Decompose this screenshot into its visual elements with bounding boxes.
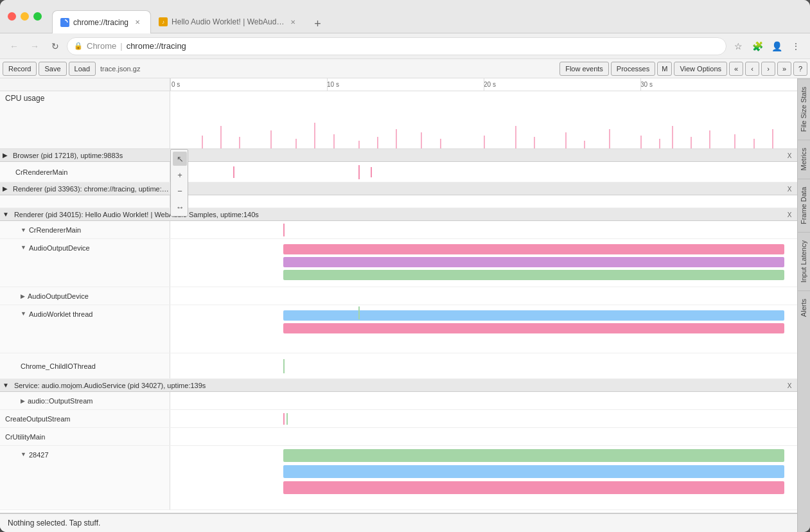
browser-window: chrome://tracing ✕ ♪ Hello Audio Worklet… (0, 0, 810, 532)
nav-prev-button[interactable]: ‹ (745, 62, 759, 76)
section-close-service[interactable]: X (784, 380, 795, 391)
track-canvas-cr-renderer-main (170, 221, 797, 238)
cpu-usage-label: CPU usage (0, 91, 170, 148)
forward-button[interactable]: → (26, 37, 44, 55)
right-tab-file-size-stats[interactable]: File Size Stats (798, 78, 810, 139)
track-label-audio-output-stream[interactable]: ▶ audio::OutputStream (0, 392, 170, 409)
cpu-usage-row: CPU usage (0, 91, 797, 149)
help-button[interactable]: ? (793, 62, 807, 76)
track-canvas-chrome-child-io (170, 353, 797, 378)
zoom-out-tool[interactable]: − (173, 184, 187, 198)
maximize-traffic-light[interactable] (33, 12, 42, 21)
track-canvas-audio-output-device (170, 239, 797, 287)
tick-30s: 30 s (640, 81, 653, 88)
view-options-button[interactable]: View Options (674, 62, 727, 76)
section-label-renderer2: Renderer (pid 34015): Hello Audio Workle… (9, 211, 797, 218)
load-button[interactable]: Load (69, 62, 96, 76)
track-label-cr-utility-main[interactable]: CrUtilityMain (0, 428, 170, 445)
track-row-chrome-child-io: Chrome_ChildIOThread (0, 353, 797, 379)
filename-label: trace.json.gz (98, 65, 143, 73)
track-row-28427: ▼ 28427 (0, 446, 797, 510)
tabs-area: chrome://tracing ✕ ♪ Hello Audio Worklet… (52, 0, 802, 33)
tick-0s: 0 s (172, 81, 180, 88)
close-traffic-light[interactable] (8, 12, 16, 21)
tab-tracing[interactable]: chrome://tracing ✕ (52, 10, 151, 33)
nav-left-button[interactable]: « (729, 62, 743, 76)
bookmark-button[interactable]: ☆ (729, 37, 747, 55)
section-label-browser: Browser (pid 17218), uptime:9883s (8, 152, 797, 159)
main-area: 0 s 10 s 20 s 30 s CPU usage (0, 78, 810, 532)
right-tab-frame-data[interactable]: Frame Data (798, 179, 810, 232)
track-canvas-renderer1-empty (170, 195, 797, 208)
track-row-cr-renderer-main: ▼ CrRendererMain (0, 221, 797, 239)
new-tab-button[interactable]: + (308, 15, 326, 33)
status-message: Nothing selected. Tap stuff. (8, 519, 100, 528)
flow-events-button[interactable]: Flow events (559, 62, 609, 76)
m-button[interactable]: M (657, 62, 672, 76)
right-tab-alerts[interactable]: Alerts (798, 290, 810, 324)
track-label-audio-worklet[interactable]: ▼ AudioWorklet thread (0, 305, 170, 353)
track-sections: ▶ Browser (pid 17218), uptime:9883s X Cr… (0, 149, 797, 513)
track-label-cr-renderer-main[interactable]: ▼ CrRendererMain (0, 221, 170, 238)
address-bar[interactable]: 🔒 Chrome | chrome://tracing (67, 37, 726, 55)
section-label-renderer1: Renderer (pid 33963): chrome://tracing, … (8, 185, 797, 193)
status-bar: Nothing selected. Tap stuff. (0, 513, 797, 532)
track-label-audio-output-device[interactable]: ▼ AudioOutputDevice (0, 239, 170, 287)
save-button[interactable]: Save (39, 62, 66, 76)
title-bar: chrome://tracing ✕ ♪ Hello Audio Worklet… (0, 0, 810, 33)
toolbar-right: Flow events Processes M View Options « ‹… (559, 62, 807, 76)
right-tab-input-latency[interactable]: Input Latency (798, 232, 810, 290)
track-label-chrome-child-io[interactable]: Chrome_ChildIOThread (0, 353, 170, 378)
timeline-header: 0 s 10 s 20 s 30 s (0, 78, 797, 91)
tab-audio-worklet[interactable]: ♪ Hello Audio Worklet! | WebAud… ✕ (151, 10, 306, 33)
processes-button[interactable]: Processes (611, 62, 655, 76)
section-header-browser[interactable]: ▶ Browser (pid 17218), uptime:9883s X (0, 149, 797, 162)
back-button[interactable]: ← (5, 37, 23, 55)
right-tab-metrics[interactable]: Metrics (798, 139, 810, 178)
zoom-in-tool[interactable]: + (173, 168, 187, 182)
tick-20s: 20 s (484, 81, 496, 88)
track-label-create-output-stream[interactable]: CreateOutputStream (0, 410, 170, 427)
track-canvas-cr-utility-main (170, 428, 797, 445)
toolbar: Record Save Load trace.json.gz Flow even… (0, 59, 810, 78)
tab-favicon-tracing (60, 18, 69, 27)
record-button[interactable]: Record (3, 62, 37, 76)
track-row-renderer1-empty (0, 195, 797, 208)
tab-close-audio[interactable]: ✕ (288, 17, 298, 27)
track-canvas-audio-output-device2 (170, 287, 797, 305)
tab-label-audio: Hello Audio Worklet! | WebAud… (172, 17, 284, 26)
pan-tool[interactable]: ↔ (173, 200, 187, 214)
nav-right-button[interactable]: » (777, 62, 791, 76)
section-header-renderer1[interactable]: ▶ Renderer (pid 33963): chrome://tracing… (0, 182, 797, 195)
track-label-audio-output-device2[interactable]: ▶ AudioOutputDevice (0, 287, 170, 305)
track-row-audio-output-device: ▼ AudioOutputDevice (0, 239, 797, 287)
cpu-chart (170, 91, 797, 148)
extensions-button[interactable]: 🧩 (748, 37, 766, 55)
track-label-28427[interactable]: ▼ 28427 (0, 446, 170, 510)
nav-next-button[interactable]: › (761, 62, 775, 76)
section-header-service[interactable]: ▼ Service: audio.mojom.AudioService (pid… (0, 379, 797, 392)
profile-button[interactable]: 👤 (768, 37, 786, 55)
track-canvas-28427 (170, 446, 797, 510)
tab-close-tracing[interactable]: ✕ (132, 17, 143, 28)
section-header-renderer2[interactable]: ▼ Renderer (pid 34015): Hello Audio Work… (0, 208, 797, 221)
track-canvas-browser-main (170, 162, 797, 182)
minimize-traffic-light[interactable] (21, 12, 29, 21)
nav-bar: ← → ↻ 🔒 Chrome | chrome://tracing ☆ 🧩 👤 … (0, 33, 810, 59)
track-row-cr-utility-main: CrUtilityMain (0, 428, 797, 446)
track-row-create-output-stream: CreateOutputStream (0, 410, 797, 428)
address-brand: Chrome (87, 41, 116, 51)
track-row-audio-worklet: ▼ AudioWorklet thread (0, 305, 797, 353)
track-row-audio-output-device2: ▶ AudioOutputDevice (0, 287, 797, 305)
tick-10s: 10 s (327, 81, 339, 88)
cursor-tool[interactable]: ↖ (173, 152, 187, 166)
track-label-browser-main[interactable]: CrRendererMain (0, 162, 170, 182)
section-close-browser[interactable]: X (784, 150, 795, 161)
track-row-audio-output-stream: ▶ audio::OutputStream (0, 392, 797, 410)
tab-favicon-audio: ♪ (159, 17, 168, 26)
reload-button[interactable]: ↻ (46, 37, 64, 55)
section-close-renderer2[interactable]: X (784, 209, 795, 220)
section-close-renderer1[interactable]: X (784, 184, 795, 194)
menu-button[interactable]: ⋮ (787, 37, 805, 55)
traffic-lights (8, 12, 42, 21)
